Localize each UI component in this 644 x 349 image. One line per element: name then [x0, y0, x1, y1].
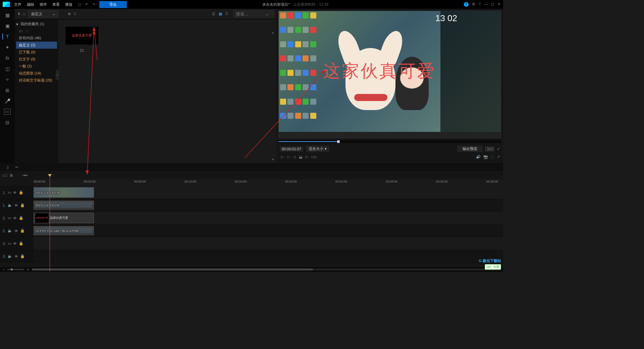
eye-icon[interactable]: 👁: [13, 242, 17, 246]
tree-item[interactable]: 对话框文字标题 (20): [16, 77, 57, 84]
transition-tab-icon[interactable]: ✦: [4, 44, 11, 50]
tag-remove-icon[interactable]: 🏷: [25, 29, 29, 33]
menu-plugin[interactable]: 插件: [40, 2, 47, 7]
close-icon[interactable]: ✕: [497, 2, 500, 7]
preview-scrubber[interactable]: [278, 140, 501, 143]
lock-icon[interactable]: 🔒: [20, 229, 25, 233]
aspect-ratio-badge[interactable]: 16:9: [485, 147, 494, 151]
title-tab-icon[interactable]: T: [2, 34, 9, 40]
tree-item[interactable]: 仅文字 (9): [16, 56, 57, 63]
brush-icon[interactable]: ✎: [14, 164, 20, 170]
app-logo-icon: [3, 2, 10, 7]
tl-cut-icon[interactable]: ⇥⇤: [22, 173, 28, 178]
volume-icon[interactable]: 🔊: [476, 155, 481, 159]
prev-frame-icon[interactable]: ◁: [293, 155, 296, 159]
info-icon[interactable]: ?: [479, 2, 481, 7]
eye-icon[interactable]: 👁: [13, 216, 17, 220]
audio-tab-icon[interactable]: 🎤: [4, 98, 11, 104]
grid-view-icon[interactable]: ▦: [219, 12, 224, 16]
eye-icon[interactable]: 👁: [13, 191, 17, 195]
splitter-bar[interactable]: ▯ ✎ · · · · ·: [0, 163, 503, 171]
chevron-down-icon: ⌄: [52, 12, 55, 16]
settings-icon[interactable]: ⚙: [472, 2, 475, 7]
eye-icon[interactable]: 👁: [14, 203, 18, 207]
particle-tab-icon[interactable]: ✧: [4, 77, 11, 83]
help-icon[interactable]: ?: [464, 2, 469, 7]
overlay-tab-icon[interactable]: ◫: [4, 66, 11, 72]
ruler-tick: 00:24:00: [335, 180, 347, 183]
collapse-handle-icon[interactable]: ‹: [56, 70, 59, 80]
marker-icon[interactable]: ⬓: [299, 155, 302, 159]
undo-icon[interactable]: ↶: [85, 2, 88, 7]
menu-edit[interactable]: 编辑: [27, 2, 34, 7]
popout-icon[interactable]: ↗: [497, 155, 500, 159]
lock-icon[interactable]: 🔒: [19, 190, 23, 195]
eye-icon[interactable]: 👁: [14, 229, 18, 233]
lock-icon[interactable]: 🔒: [19, 216, 23, 220]
tl-tool-icon[interactable]: □□: [3, 173, 7, 177]
menu-play[interactable]: 播放: [65, 2, 72, 7]
video-clip[interactable]: 20231116 130239: [34, 187, 94, 198]
media-tab-icon[interactable]: ▦: [4, 12, 11, 18]
menu-file[interactable]: 文件: [14, 2, 21, 7]
timeline-ruler[interactable]: 00:00:00 00:04:00 00:08:00 00:12:00 00:1…: [34, 179, 503, 186]
output-preview-button[interactable]: 输出预览: [457, 146, 483, 152]
template-tab-icon[interactable]: ⊞: [4, 87, 11, 93]
grid-tab-icon[interactable]: ⊟: [4, 119, 11, 126]
crop-icon[interactable]: ⬚: [491, 155, 494, 159]
toggle-icon[interactable]: ▯: [7, 165, 9, 169]
image-tab-icon[interactable]: ▣: [4, 23, 11, 29]
detail-view-icon[interactable]: ⠿: [225, 12, 231, 16]
menu-view[interactable]: 查看: [52, 2, 60, 7]
layout-icon[interactable]: ▢: [78, 2, 81, 7]
eye-icon[interactable]: 👁: [14, 254, 18, 258]
title-clip[interactable]: 这家伙真可爱这家伙真可爱: [34, 213, 94, 223]
link-icon[interactable]: ⎘: [23, 12, 25, 16]
left-rail: ▦ ▣ T ✦ fx ◫ ✧ ⊞ 🎤 CC ⊟: [0, 9, 15, 163]
new-folder-icon[interactable]: ⊕: [68, 12, 71, 16]
play-icon[interactable]: ▷: [281, 155, 284, 159]
lock-icon[interactable]: 🔒: [20, 254, 25, 258]
sort-icon[interactable]: ⇅: [73, 12, 76, 16]
tree-item[interactable]: 动态图形 (14): [16, 70, 57, 77]
fx-tab-icon[interactable]: fx: [4, 55, 11, 61]
zoom-in-icon[interactable]: +: [27, 267, 29, 271]
scroll-up-icon[interactable]: ▲: [271, 31, 274, 34]
lock-icon[interactable]: 🔒: [20, 203, 25, 207]
speaker-icon: 🔈: [8, 229, 12, 233]
zoom-fit-dropdown[interactable]: 适合大小▾: [306, 146, 329, 152]
search-icon[interactable]: ⌕: [266, 12, 268, 16]
video-track-2: 2.▭👁🔒 这家伙真可爱这家伙真可爱: [0, 211, 503, 225]
drag-handle-icon[interactable]: · · · · ·: [254, 166, 267, 169]
preview-viewport[interactable]: 13 02 这家伙真可爱: [278, 11, 501, 138]
tl-select-icon[interactable]: ⊞: [10, 173, 13, 178]
import-icon[interactable]: ⬇: [17, 12, 20, 16]
tree-item[interactable]: 已下载 (0): [16, 49, 57, 56]
search-input[interactable]: ⌕: [233, 10, 274, 17]
list-view-icon[interactable]: ☰: [212, 12, 217, 16]
export-button[interactable]: 导出: [99, 1, 127, 8]
redo-icon[interactable]: ↷: [92, 2, 95, 7]
scroll-down-icon[interactable]: ▼: [271, 158, 274, 161]
audio-clip[interactable]: 20231116 130239: [34, 201, 94, 210]
stop-icon[interactable]: □: [287, 155, 289, 159]
fast-forward-icon[interactable]: ▷▷: [312, 155, 317, 159]
zoom-out-icon[interactable]: −: [3, 267, 5, 271]
category-dropdown[interactable]: 自定义⌄: [28, 10, 58, 17]
audio-clip[interactable]: As If It's Your Last - BLACKPINK: [34, 226, 94, 235]
tree-item[interactable]: 自定义 (1): [16, 42, 57, 49]
next-frame-icon[interactable]: ▷: [306, 155, 308, 159]
h-scrollbar[interactable]: [32, 268, 500, 270]
lock-icon[interactable]: 🔒: [19, 241, 23, 246]
preview-panel: 13 02 这家伙真可爱 00:00:01:07 适合大小▾ 输出预览 16:9…: [276, 9, 503, 163]
title-thumbnail[interactable]: 这家伙真可爱 11: [65, 26, 99, 52]
tree-item[interactable]: 一般 (2): [16, 63, 57, 70]
tag-add-icon[interactable]: 🏷: [19, 29, 22, 33]
favorites-header[interactable]: ♥ 我的收藏夹 (1): [16, 21, 57, 27]
expand-icon[interactable]: ⤢: [497, 147, 500, 151]
maximize-icon[interactable]: ◻: [491, 2, 494, 7]
cc-tab-icon[interactable]: CC: [4, 109, 11, 115]
minimize-icon[interactable]: —: [484, 2, 488, 7]
tree-item[interactable]: 所有内容 (46): [16, 35, 57, 42]
snapshot-icon[interactable]: 📷: [483, 155, 488, 159]
